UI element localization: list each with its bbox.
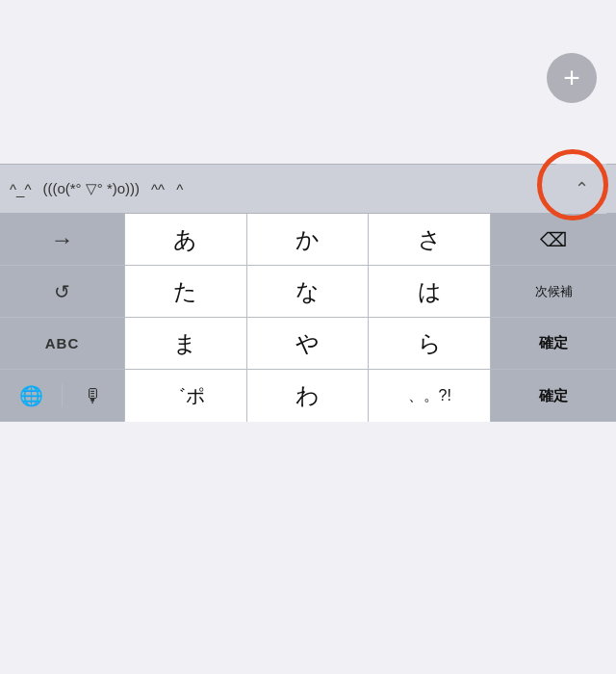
key-ta[interactable]: た [125, 266, 247, 317]
key-ka[interactable]: か [247, 214, 370, 265]
key-po[interactable]: ゛ポ [125, 370, 247, 422]
key-row-3: ABC ま や ら 確定 [0, 318, 616, 370]
emoticon-bar: ^_^ (((o(*° ▽° *)o))) ^^ ^ ⌃ [0, 164, 616, 214]
top-area: + [0, 0, 616, 164]
plus-icon: + [563, 64, 580, 92]
key-confirm-bottom[interactable]: 確定 [491, 370, 616, 422]
key-arrow-right[interactable]: → [0, 214, 125, 265]
key-ha[interactable]: は [369, 266, 491, 317]
key-ra[interactable]: ら [369, 318, 491, 369]
key-globe[interactable]: 🌐 [0, 384, 63, 407]
key-wa[interactable]: わ [247, 370, 370, 422]
key-row-4: 🌐 🎙 ゛ポ わ 、。?! 確定 [0, 370, 616, 422]
emoticon-item-2[interactable]: (((o(*° ▽° *)o))) [42, 180, 140, 197]
key-undo[interactable]: ↺ [0, 266, 125, 317]
plus-button[interactable]: + [547, 53, 597, 103]
undo-icon: ↺ [54, 280, 70, 303]
key-ma[interactable]: ま [125, 318, 247, 369]
key-bottom-left: 🌐 🎙 [0, 370, 125, 422]
key-na[interactable]: な [247, 266, 370, 317]
chevron-up-icon: ⌃ [575, 178, 589, 199]
mic-icon: 🎙 [84, 385, 103, 407]
key-row-1: → あ か さ ⌫ [0, 214, 616, 266]
key-abc[interactable]: ABC [0, 318, 125, 369]
key-next-candidate[interactable]: 次候補 [491, 266, 616, 317]
key-confirm[interactable]: 確定 [491, 318, 616, 369]
emoticon-item-3[interactable]: ^^ [151, 181, 165, 197]
delete-icon: ⌫ [540, 228, 567, 251]
key-mic[interactable]: 🎙 [63, 385, 124, 407]
key-punctuation[interactable]: 、。?! [369, 370, 491, 422]
key-row-2: ↺ た な は 次候補 [0, 266, 616, 318]
emoticon-item-1[interactable]: ^_^ [10, 181, 31, 197]
key-ya[interactable]: や [247, 318, 370, 369]
key-delete[interactable]: ⌫ [491, 214, 616, 265]
emoticon-item-4[interactable]: ^ [176, 181, 183, 197]
key-a[interactable]: あ [125, 214, 247, 265]
keyboard: → あ か さ ⌫ ↺ た な は 次候補 [0, 214, 616, 422]
chevron-up-button[interactable]: ⌃ [556, 164, 606, 214]
key-sa[interactable]: さ [369, 214, 491, 265]
globe-icon: 🌐 [19, 384, 43, 407]
arrow-right-icon: → [51, 226, 74, 253]
